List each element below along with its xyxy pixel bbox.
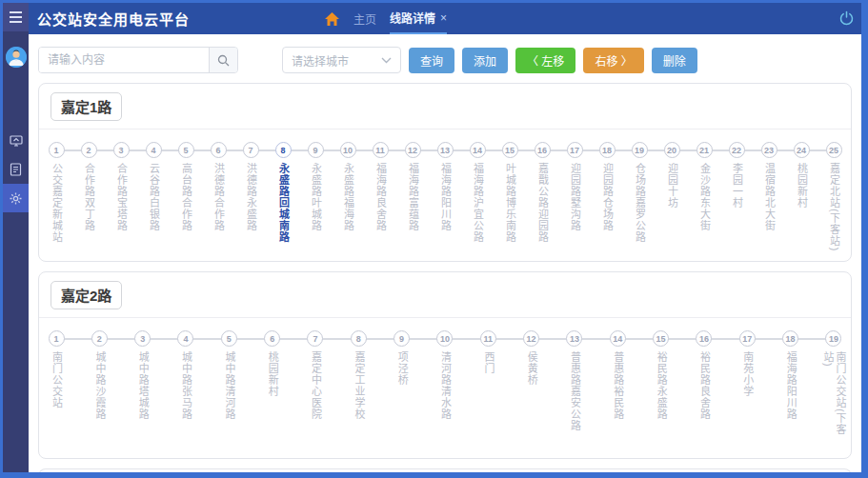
- stop-22[interactable]: 22李园一村: [728, 142, 745, 251]
- stop-number: 7: [243, 142, 259, 158]
- stop-label: 裕民路良舍路: [697, 351, 710, 420]
- stop-15[interactable]: 15叶城路博乐南路: [501, 142, 518, 251]
- app-window: 公交站安全用电云平台 主页 线路详情 ×: [0, 0, 868, 478]
- stop-25[interactable]: 25嘉定北站(下客站): [825, 142, 842, 251]
- stop-18[interactable]: 18迎园路仓场路: [598, 142, 616, 251]
- stop-label: 金沙路东大街: [697, 163, 710, 231]
- stop-17[interactable]: 17迎园路墅沟路: [566, 142, 583, 251]
- stop-label: 普惠路嘉安公路: [568, 351, 580, 431]
- stop-1[interactable]: 1南门公交站: [48, 330, 65, 448]
- stop-11[interactable]: 11福海路良舍路: [372, 142, 389, 251]
- stop-16[interactable]: 16嘉戬公路迎园路: [534, 142, 551, 251]
- stop-9[interactable]: 9项泾桥: [394, 330, 411, 448]
- sidebar-item-settings[interactable]: [3, 184, 29, 212]
- stop-18[interactable]: 18福海路阳川路: [782, 330, 799, 448]
- stop-number: 12: [405, 142, 421, 158]
- header: 公交站安全用电云平台 主页 线路详情 ×: [29, 3, 861, 34]
- move-left-button[interactable]: 〈 左移: [515, 48, 575, 73]
- stop-label: 仓场路嘉罗公路: [633, 163, 645, 243]
- stop-6[interactable]: 6桃园新村: [264, 330, 281, 448]
- stop-3[interactable]: 3城中路塔城路: [134, 330, 151, 448]
- tab-route-detail[interactable]: 线路详情 ×: [390, 3, 447, 34]
- toolbar: 请选择城市 查询添加〈 左移右移 〉删除: [38, 47, 852, 73]
- stop-23[interactable]: 23温宿路北大街: [760, 142, 777, 251]
- avatar-icon: [6, 47, 27, 68]
- stop-13[interactable]: 13福海路阳川路: [436, 142, 454, 251]
- route-card: 嘉定2路 1南门公交站2城中路沙霞路3城中路塔城路4城中路张马路5城中路清河路6…: [38, 271, 852, 459]
- stop-19[interactable]: 19南门公交站(下客站): [825, 330, 842, 448]
- stop-label: 福海路阳川路: [784, 351, 797, 420]
- search-input[interactable]: [39, 48, 209, 72]
- stop-5[interactable]: 5高台路合作路: [177, 142, 194, 251]
- stop-10[interactable]: 10永盛路福海路: [339, 142, 356, 251]
- delete-button[interactable]: 删除: [652, 48, 697, 73]
- stop-number: 24: [794, 142, 810, 158]
- stop-number: 13: [437, 142, 454, 158]
- stop-11[interactable]: 11西门: [479, 330, 496, 448]
- stop-label: 裕民路永盛路: [655, 351, 667, 420]
- stop-1[interactable]: 1公交嘉定新城站: [48, 142, 65, 251]
- stop-15[interactable]: 15裕民路永盛路: [653, 330, 670, 448]
- add-button[interactable]: 添加: [462, 48, 508, 73]
- stop-label: 迎园路墅沟路: [568, 163, 580, 231]
- stop-17[interactable]: 17南苑小学: [738, 330, 756, 448]
- stop-8[interactable]: 8永盛路回城南路: [274, 142, 292, 251]
- stop-label: 项泾桥: [395, 351, 408, 386]
- stop-3[interactable]: 3合作路宝塔路: [112, 142, 130, 251]
- tab-close-icon[interactable]: ×: [440, 11, 447, 25]
- stop-2[interactable]: 2合作路双丁路: [80, 142, 97, 251]
- sidebar-item-monitor[interactable]: [3, 127, 29, 155]
- tab-home[interactable]: 主页: [353, 3, 376, 34]
- stop-12[interactable]: 12侯黄桥: [523, 330, 540, 448]
- menu-toggle-button[interactable]: [3, 3, 29, 31]
- stop-20[interactable]: 20迎园十坊: [663, 142, 680, 251]
- stop-label: 福海路良舍路: [373, 163, 386, 231]
- stop-label: 城中路清河路: [223, 351, 235, 420]
- stop-number: 1: [49, 330, 65, 347]
- stop-9[interactable]: 9永盛路叶城路: [307, 142, 324, 251]
- stop-label: 嘉定工业学校: [353, 351, 365, 420]
- query-button[interactable]: 查询: [409, 48, 454, 73]
- stop-2[interactable]: 2城中路沙霞路: [91, 330, 108, 448]
- stop-4[interactable]: 4云谷路白银路: [145, 142, 162, 251]
- stop-7[interactable]: 7洪德路永盛路: [242, 142, 259, 251]
- stop-number: 22: [729, 142, 745, 158]
- stop-label: 福海路阳川路: [438, 163, 451, 231]
- gear-icon: [9, 191, 23, 206]
- route-name-tag: 嘉定1路: [50, 92, 122, 121]
- stop-19[interactable]: 19仓场路嘉罗公路: [631, 142, 648, 251]
- monitor-icon: [10, 134, 23, 148]
- stop-14[interactable]: 14普惠路裕民路: [609, 330, 626, 448]
- stop-14[interactable]: 14福海路沪宜公路: [469, 142, 486, 251]
- stop-number: 14: [470, 142, 486, 158]
- stop-13[interactable]: 13普惠路嘉安公路: [566, 330, 583, 448]
- stop-label: 李园一村: [730, 163, 742, 209]
- stop-4[interactable]: 4城中路张马路: [177, 330, 194, 448]
- city-select-placeholder: 请选择城市: [292, 52, 349, 69]
- stop-number: 12: [523, 330, 539, 347]
- stop-8[interactable]: 8嘉定工业学校: [350, 330, 367, 448]
- stop-5[interactable]: 5城中路清河路: [220, 330, 237, 448]
- move-right-button[interactable]: 右移 〉: [583, 48, 643, 73]
- sidebar-item-document[interactable]: [3, 155, 29, 184]
- stop-number: 3: [113, 142, 130, 158]
- stop-21[interactable]: 21金沙路东大街: [696, 142, 713, 251]
- stop-label: 永盛路福海路: [341, 163, 353, 231]
- city-select[interactable]: 请选择城市: [282, 47, 401, 73]
- stop-number: 10: [340, 142, 356, 158]
- stop-12[interactable]: 12福海路富蕴路: [404, 142, 421, 251]
- stop-label: 永盛路叶城路: [309, 163, 321, 231]
- stop-number: 4: [146, 142, 162, 158]
- stop-6[interactable]: 6洪德路合作路: [210, 142, 227, 251]
- user-avatar[interactable]: [6, 47, 27, 68]
- stop-number: 20: [664, 142, 680, 158]
- stop-label: 高台路合作路: [179, 163, 192, 231]
- stop-7[interactable]: 7嘉定中心医院: [307, 330, 324, 448]
- toolbar-buttons: 查询添加〈 左移右移 〉删除: [409, 48, 697, 73]
- power-icon[interactable]: [838, 10, 855, 30]
- home-icon[interactable]: [324, 11, 340, 27]
- stop-16[interactable]: 16裕民路良舍路: [696, 330, 713, 448]
- search-button[interactable]: [209, 48, 237, 72]
- stop-10[interactable]: 10清河路清水路: [436, 330, 454, 448]
- stop-24[interactable]: 24桃园新村: [793, 142, 810, 251]
